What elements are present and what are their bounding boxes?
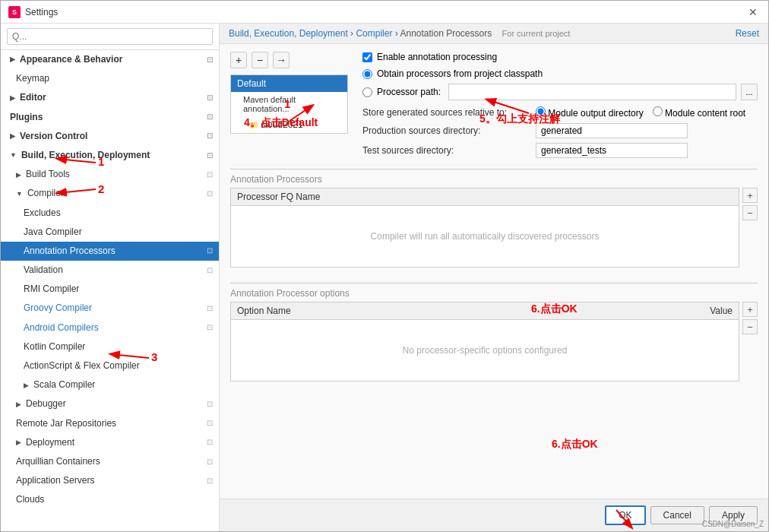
- options-empty-text: No processor-specific options configured: [403, 345, 568, 356]
- copy-icon: ⊡: [207, 92, 213, 104]
- sidebar-label: Compiler: [27, 186, 64, 201]
- sidebar-item-vcs[interactable]: ▶ Version Control ⊡: [1, 127, 219, 146]
- processor-options-table: Option Name Value No processor-specific …: [230, 302, 739, 382]
- module-output-radio[interactable]: [536, 106, 546, 116]
- copy-icon: ⊡: [207, 475, 213, 487]
- copy-icon: ⊡: [207, 302, 213, 315]
- obtain-processors-radio[interactable]: [362, 69, 372, 79]
- production-label: Production sources directory:: [362, 125, 530, 136]
- cancel-button[interactable]: Cancel: [650, 506, 704, 524]
- sidebar-item-debugger[interactable]: ▶ Debugger ⊡: [1, 394, 219, 413]
- module-content-radio[interactable]: [653, 106, 663, 116]
- sidebar-item-scala[interactable]: ▶ Scala Compiler: [1, 375, 219, 394]
- sidebar-item-editor[interactable]: ▶ Editor ⊡: [1, 88, 219, 107]
- sidebar-label: Groovy Compiler: [24, 301, 92, 315]
- search-input[interactable]: [7, 28, 213, 45]
- copy-icon: ⊡: [207, 130, 213, 142]
- test-input[interactable]: [536, 143, 688, 158]
- profile-default[interactable]: Default: [231, 75, 347, 92]
- annotation-processors-table-row: Processor FQ Name Compiler will run all …: [230, 188, 758, 277]
- sidebar-item-kotlin[interactable]: Kotlin Compiler: [1, 337, 219, 356]
- empty-text: Compiler will run all automatically disc…: [371, 231, 600, 242]
- sidebar-item-plugins[interactable]: Plugins ⊡: [1, 108, 219, 127]
- production-sources-row: Production sources directory:: [362, 123, 758, 138]
- sidebar-item-actionscript[interactable]: ActionScript & Flex Compiler: [1, 356, 219, 375]
- enable-checkbox-row: Enable annotation processing: [362, 52, 758, 62]
- copy-icon: ⊡: [207, 436, 213, 448]
- sidebar-item-java-compiler[interactable]: Java Compiler: [1, 223, 219, 242]
- watermark: CSDN@Daisen_Z: [702, 520, 764, 528]
- sidebar-item-app-servers[interactable]: Application Servers ⊡: [1, 471, 219, 490]
- sidebar-item-build[interactable]: ▼ Build, Execution, Deployment ⊡: [1, 146, 219, 165]
- sidebar-item-arquillian[interactable]: Arquillian Containers ⊡: [1, 452, 219, 471]
- reset-button[interactable]: Reset: [736, 28, 759, 39]
- sidebar-label: Java Compiler: [24, 225, 82, 239]
- remove-button[interactable]: −: [252, 52, 268, 68]
- sidebar-item-deployment[interactable]: ▶ Deployment ⊡: [1, 433, 219, 452]
- arrow-icon: ▶: [16, 169, 21, 180]
- arrow-icon: ▶: [16, 437, 21, 448]
- sidebar-label: RMI Compiler: [24, 282, 79, 296]
- close-button[interactable]: ✕: [745, 6, 761, 18]
- table-header: Processor FQ Name: [231, 188, 739, 206]
- remove-processor-button[interactable]: −: [742, 205, 758, 220]
- sidebar-label: Debugger: [26, 397, 66, 411]
- arrow-icon: ▶: [24, 380, 29, 391]
- sidebar-item-appearance[interactable]: ▶ Appearance & Behavior ⊡: [1, 50, 219, 69]
- sidebar-item-keymap[interactable]: Keymap: [1, 69, 219, 88]
- browse-button[interactable]: ...: [741, 84, 758, 100]
- breadcrumb-part1: Build, Execution, Deployment: [229, 28, 348, 39]
- copy-icon: ⊡: [207, 188, 213, 200]
- sidebar-item-rmi[interactable]: RMI Compiler: [1, 280, 219, 299]
- add-button[interactable]: +: [230, 52, 247, 68]
- arrow-icon: ▼: [10, 150, 17, 160]
- sidebar-item-compiler[interactable]: ▼ Compiler ⊡: [1, 184, 219, 203]
- copy-icon: ⊡: [207, 264, 213, 277]
- sidebar-label: Plugins: [10, 110, 43, 125]
- sidebar-item-annotation-processors[interactable]: Annotation Processors ⊡: [1, 242, 219, 261]
- obtain-processors-row: Obtain processors from project classpath: [362, 68, 758, 79]
- bottom-buttons: OK Cancel Apply: [220, 499, 768, 531]
- profile-maven[interactable]: Maven default annotation...: [231, 92, 347, 116]
- window-title: Settings: [25, 7, 58, 17]
- sidebar-label: Keymap: [16, 71, 49, 86]
- copy-icon: ⊡: [207, 245, 213, 257]
- module-content-option: Module content root: [653, 106, 745, 119]
- sidebar-item-validation[interactable]: Validation ⊡: [1, 261, 219, 280]
- copy-icon: ⊡: [207, 398, 213, 410]
- copy-icon: ⊡: [207, 321, 213, 334]
- right-panel: Build, Execution, Deployment › Compiler …: [220, 24, 768, 531]
- enable-annotation-checkbox[interactable]: [362, 52, 372, 62]
- module-output-option: Module output directory: [536, 106, 644, 119]
- processor-options-title: Annotation Processor options: [230, 283, 758, 299]
- store-sources-row: Store generated sources relative to: Mod…: [362, 106, 758, 119]
- sidebar-item-excludes[interactable]: Excludes: [1, 204, 219, 223]
- sidebar-label: Validation: [24, 263, 63, 277]
- profile-cloud2021[interactable]: 📁 cloud2021: [231, 116, 347, 133]
- sidebar-item-clouds[interactable]: Clouds: [1, 490, 219, 509]
- processor-path-radio[interactable]: [362, 87, 372, 97]
- enable-annotation-label: Enable annotation processing: [377, 52, 497, 62]
- sidebar-item-android[interactable]: Android Compilers ⊡: [1, 318, 219, 337]
- breadcrumb-bar: Build, Execution, Deployment › Compiler …: [220, 24, 768, 44]
- sidebar-scroll: ▶ Appearance & Behavior ⊡ Keymap ▶ Edito…: [1, 50, 219, 531]
- sidebar-label: Excludes: [24, 206, 61, 220]
- breadcrumb-part2: Compiler: [356, 28, 392, 39]
- sidebar-label: Remote Jar Repositories: [16, 416, 116, 431]
- option-name-col: Option Name: [237, 306, 291, 316]
- remove-option-button[interactable]: −: [742, 319, 758, 334]
- test-sources-row: Test sources directory:: [362, 143, 758, 158]
- add-processor-button[interactable]: +: [742, 188, 758, 203]
- sidebar-label: Scala Compiler: [33, 378, 95, 392]
- store-label: Store generated sources relative to:: [362, 107, 530, 118]
- table-side-buttons: + −: [742, 188, 758, 220]
- ok-button[interactable]: OK: [605, 505, 645, 525]
- sidebar-item-groovy[interactable]: Groovy Compiler ⊡: [1, 299, 219, 318]
- sidebar-item-buildtools[interactable]: ▶ Build Tools ⊡: [1, 165, 219, 184]
- sidebar-label: Version Control: [20, 129, 87, 144]
- production-input[interactable]: [536, 123, 688, 138]
- move-button[interactable]: →: [273, 52, 290, 68]
- sidebar-label: Editor: [20, 90, 46, 105]
- sidebar-item-remote-jar[interactable]: Remote Jar Repositories ⊡: [1, 414, 219, 433]
- add-option-button[interactable]: +: [742, 302, 758, 317]
